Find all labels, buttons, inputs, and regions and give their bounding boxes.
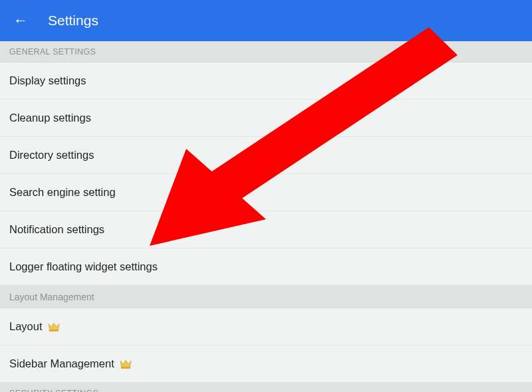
settings-item-logger-widget[interactable]: Logger floating widget settings (0, 248, 532, 286)
settings-item-sidebar-management[interactable]: Sidebar Management (0, 345, 532, 383)
settings-item-display[interactable]: Display settings (0, 62, 532, 100)
section-header-security: SECURITY SETTINGS (0, 383, 532, 392)
settings-item-label: Display settings (9, 74, 86, 87)
settings-item-label: Notification settings (9, 223, 104, 236)
settings-item-label: Layout (9, 320, 43, 333)
section-header-general: GENERAL SETTINGS (0, 41, 532, 62)
settings-item-label: Logger floating widget settings (9, 260, 158, 273)
settings-item-layout[interactable]: Layout (0, 308, 532, 345)
crown-icon (48, 322, 60, 332)
settings-item-label: Directory settings (9, 149, 94, 161)
crown-icon (120, 359, 132, 369)
svg-rect-1 (121, 367, 130, 368)
app-header: ← Settings (0, 0, 532, 41)
svg-rect-0 (49, 330, 59, 331)
settings-item-label: Sidebar Management (9, 357, 114, 370)
settings-item-notification[interactable]: Notification settings (0, 211, 532, 248)
settings-item-search-engine[interactable]: Search engine setting (0, 174, 532, 211)
settings-item-label: Cleanup settings (9, 112, 91, 124)
settings-item-label: Search engine setting (9, 186, 116, 199)
back-icon[interactable]: ← (11, 8, 31, 33)
section-header-layout: Layout Management (0, 286, 532, 308)
page-title: Settings (48, 13, 98, 29)
settings-item-directory[interactable]: Directory settings (0, 137, 532, 174)
settings-item-cleanup[interactable]: Cleanup settings (0, 100, 532, 137)
